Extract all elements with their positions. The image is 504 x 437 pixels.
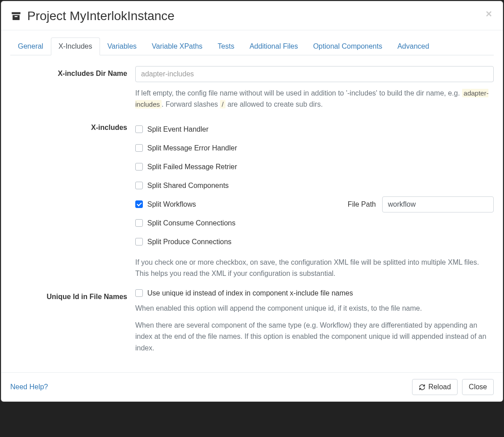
checkbox-split-workflows[interactable] [135,200,143,208]
tabs: General X-Includes Variables Variable XP… [10,37,494,55]
checkbox-row-message-error-handler: Split Message Error Handler [135,139,494,158]
archive-icon [10,10,22,22]
checkbox-split-shared-components[interactable] [135,182,143,189]
reload-icon [419,384,425,391]
checkbox-row-event-handler: Split Event Handler [135,120,494,139]
checkbox-split-produce-connections[interactable] [135,238,143,246]
x-includes-help: If you check one or more checkbox, on sa… [135,257,494,279]
checkbox-label: Split Consume Connections [147,219,235,227]
checkbox-split-consume-connections[interactable] [135,219,143,227]
form-group-dir-name: X-includes Dir Name If left empty, the c… [10,66,494,110]
checkbox-label: Split Shared Components [147,182,229,190]
checkbox-row-produce-connections: Split Produce Connections [135,233,494,251]
checkbox-row-consume-connections: Split Consume Connections [135,214,494,233]
need-help-link[interactable]: Need Help? [10,383,48,391]
svg-rect-1 [15,16,18,17]
tab-x-includes[interactable]: X-Includes [51,37,100,55]
modal-title: Project MyInterlokInstance [10,8,175,24]
checkbox-unique-id[interactable] [135,289,143,297]
modal-header: Project MyInterlokInstance × [1,1,503,30]
file-path-label: File Path [348,200,376,208]
x-includes-checkbox-list: Split Event Handler Split Message Error … [135,120,494,251]
tab-general[interactable]: General [10,37,51,55]
checkbox-row-unique-id: Use unique id instead of index in compon… [135,289,494,297]
checkbox-split-event-handler[interactable] [135,125,143,133]
tab-advanced[interactable]: Advanced [390,37,437,55]
dir-name-label: X-includes Dir Name [58,70,127,77]
unique-id-help-1: When enabled this option will append the… [135,303,494,314]
checkbox-label: Split Message Error Handler [147,144,237,152]
checkbox-label: Use unique id instead of index in compon… [147,289,353,297]
svg-rect-0 [12,12,21,14]
dir-name-input[interactable] [135,66,494,82]
checkbox-row-failed-message-retrier: Split Failed Message Retrier [135,158,494,176]
checkbox-label: Split Failed Message Retrier [147,163,237,171]
tab-variables[interactable]: Variables [100,37,145,55]
tab-variable-xpaths[interactable]: Variable XPaths [144,37,210,55]
checkbox-row-shared-components: Split Shared Components [135,176,494,195]
dir-name-help: If left empty, the config file name with… [135,87,494,110]
footer-buttons: Reload Close [412,379,494,395]
form-group-x-includes: X-includes Split Event Handler Split Mes… [10,120,494,279]
checkbox-label: Split Workflows [147,200,196,208]
x-includes-label: X-includes [91,124,127,131]
modal-body: General X-Includes Variables Variable XP… [1,30,503,373]
reload-button-label: Reload [428,383,451,391]
reload-button[interactable]: Reload [412,379,458,395]
file-path-input[interactable] [382,196,494,212]
checkbox-label: Split Event Handler [147,125,208,133]
tab-tests[interactable]: Tests [210,37,242,55]
checkbox-split-message-error-handler[interactable] [135,144,143,152]
file-path-group: File Path [348,196,494,212]
project-modal: Project MyInterlokInstance × General X-I… [1,1,503,402]
checkbox-row-workflows: Split Workflows File Path [135,195,494,214]
close-button[interactable]: Close [462,379,494,395]
close-icon[interactable]: × [484,8,494,19]
form-group-unique-id: Unique Id in File Names Use unique id in… [10,289,494,354]
checkbox-split-failed-message-retrier[interactable] [135,163,143,171]
modal-footer: Need Help? Reload Close [1,372,503,401]
modal-title-text: Project MyInterlokInstance [27,8,175,24]
unique-id-label: Unique Id in File Names [47,293,127,300]
tab-additional-files[interactable]: Additional Files [242,37,306,55]
unique-id-help-2: When there are several component of the … [135,320,494,354]
code-chip-slash: / [220,100,225,108]
tab-optional-components[interactable]: Optional Components [305,37,390,55]
checkbox-label: Split Produce Connections [147,238,232,246]
